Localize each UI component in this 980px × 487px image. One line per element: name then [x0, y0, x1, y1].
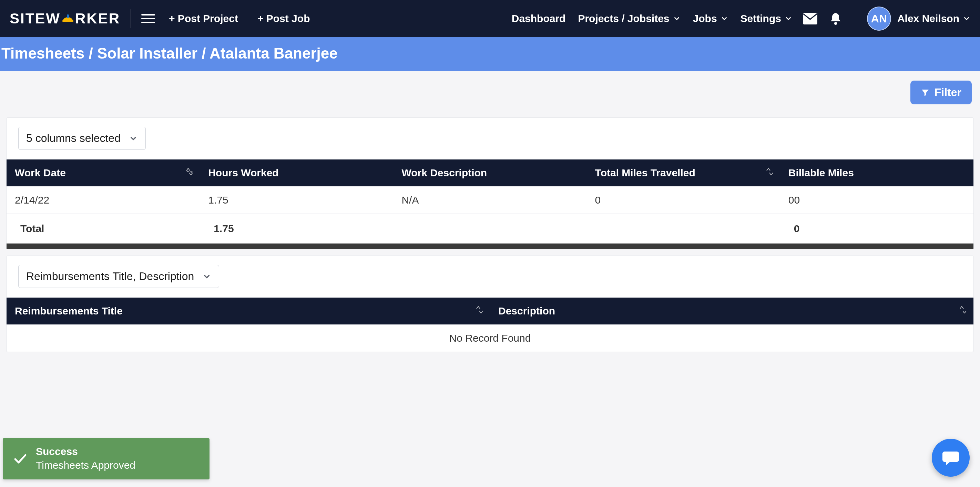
avatar[interactable]: AN [867, 6, 891, 31]
totals-hours: 1.75 [200, 214, 393, 244]
totals-billable: 0 [780, 214, 974, 244]
reimbursement-columns-select[interactable]: Reimbursements Title, Description [18, 265, 219, 288]
nav-projects[interactable]: Projects / Jobsites [578, 13, 680, 24]
col-label: Reimbursements Title [15, 305, 123, 317]
nav-jobs[interactable]: Jobs [693, 13, 728, 24]
nav-settings-label: Settings [740, 13, 781, 24]
chat-icon [941, 448, 960, 467]
cell-billable-miles: 00 [780, 187, 974, 214]
table-totals-row: Total 1.75 0 [6, 214, 974, 244]
chevron-down-icon [129, 134, 138, 143]
reimb-select-label: Reimbursements Title, Description [26, 270, 194, 283]
col-label: Billable Miles [788, 167, 854, 178]
cell-work-description: N/A [393, 187, 587, 214]
sort-icon [766, 167, 774, 179]
avatar-initials: AN [871, 13, 887, 25]
col-label: Description [498, 305, 555, 317]
top-nav: SITEW RKER + Post Project + Post Job Das… [0, 0, 980, 37]
nav-dashboard[interactable]: Dashboard [512, 13, 566, 24]
columns-select[interactable]: 5 columns selected [18, 127, 146, 150]
filter-label: Filter [934, 86, 961, 99]
nav-dashboard-label: Dashboard [512, 13, 566, 24]
brand-text-left: SITEW [10, 10, 60, 27]
post-job-link[interactable]: + Post Job [258, 13, 310, 24]
hardhat-icon [61, 12, 75, 25]
funnel-icon [921, 88, 930, 97]
columns-select-label: 5 columns selected [26, 132, 121, 144]
table-scroll-track[interactable] [6, 243, 974, 249]
chat-button[interactable] [932, 439, 970, 477]
chevron-down-icon [673, 15, 681, 22]
chevron-down-icon [202, 272, 211, 281]
sort-icon [185, 167, 194, 179]
totals-label: Total [6, 214, 200, 244]
mail-icon[interactable] [803, 11, 818, 26]
filter-button[interactable]: Filter [910, 81, 972, 104]
col-reimb-title[interactable]: Reimbursements Title [6, 298, 490, 325]
col-work-date[interactable]: Work Date [6, 159, 200, 187]
timesheet-panel: 5 columns selected Work Date Hours Worke… [6, 117, 974, 249]
user-name-label: Alex Neilson [897, 13, 959, 24]
col-label: Hours Worked [208, 167, 278, 178]
sort-icon [476, 305, 484, 317]
table-row: 2/14/22 1.75 N/A 0 00 [6, 187, 974, 214]
col-label: Work Date [15, 167, 66, 178]
success-toast[interactable]: Success Timesheets Approved [3, 438, 210, 479]
reimbursements-table: Reimbursements Title Description No Reco… [6, 298, 974, 352]
col-label: Total Miles Travelled [595, 167, 695, 178]
col-reimb-description[interactable]: Description [490, 298, 974, 325]
table-empty-row: No Record Found [6, 325, 974, 352]
filter-row: Filter [0, 71, 980, 111]
sort-icon [959, 305, 967, 317]
separator [855, 6, 855, 31]
reimbursements-panel: Reimbursements Title, Description Reimbu… [6, 255, 974, 352]
timesheet-table: Work Date Hours Worked Work Description … [6, 159, 974, 243]
nav-projects-label: Projects / Jobsites [578, 13, 669, 24]
svg-rect-0 [62, 20, 73, 22]
brand-logo[interactable]: SITEW RKER [10, 10, 120, 27]
bell-icon[interactable] [828, 11, 843, 26]
cell-work-date: 2/14/22 [6, 187, 200, 214]
svg-rect-1 [67, 14, 69, 18]
cell-hours-worked: 1.75 [200, 187, 393, 214]
chevron-down-icon [721, 15, 728, 22]
toast-message: Timesheets Approved [36, 460, 135, 471]
post-project-link[interactable]: + Post Project [169, 13, 238, 24]
check-icon [13, 451, 27, 466]
cell-total-miles: 0 [587, 187, 780, 214]
chevron-down-icon [784, 15, 792, 22]
col-label: Work Description [401, 167, 487, 178]
breadcrumb: Timesheets / Solar Installer / Atalanta … [0, 37, 980, 71]
col-work-description[interactable]: Work Description [393, 159, 587, 187]
empty-message: No Record Found [6, 325, 974, 352]
col-total-miles[interactable]: Total Miles Travelled [587, 159, 780, 187]
separator [130, 9, 131, 28]
svg-point-3 [834, 22, 837, 25]
nav-jobs-label: Jobs [693, 13, 717, 24]
menu-icon[interactable] [141, 12, 155, 25]
toast-title: Success [36, 446, 135, 457]
svg-rect-2 [803, 13, 817, 24]
nav-settings[interactable]: Settings [740, 13, 792, 24]
user-menu[interactable]: Alex Neilson [897, 13, 970, 24]
brand-text-right: RKER [75, 10, 120, 27]
col-hours-worked[interactable]: Hours Worked [200, 159, 393, 187]
chevron-down-icon [963, 15, 970, 22]
col-billable-miles[interactable]: Billable Miles [780, 159, 974, 187]
